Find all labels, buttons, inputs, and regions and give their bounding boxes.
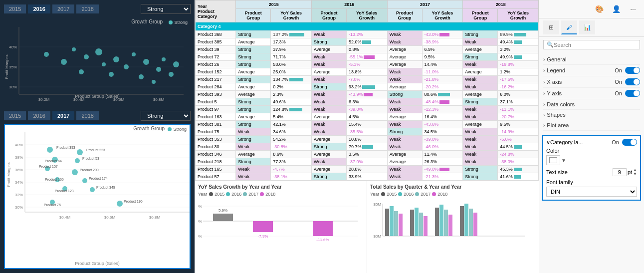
group-2016: Average (312, 113, 347, 121)
chevron-xaxis: › (543, 79, 545, 85)
yoy-2017: 26.3% (422, 158, 463, 166)
svg-text:36%: 36% (15, 168, 23, 172)
section-legend[interactable]: › Legend On (543, 65, 640, 76)
tab-2015-top[interactable]: 2015 (4, 4, 26, 13)
svg-text:35%: 35% (9, 65, 17, 69)
group-2016: Weak (312, 121, 347, 128)
ts-legend-2018-label: 2018 (437, 192, 447, 197)
table-row: Product 163 Average 5.4% Average 4.5% Av… (196, 113, 539, 121)
tab-2017-bottom[interactable]: 2017 (52, 111, 74, 120)
table-row: Product 284 Average 0.2% Strong 93.2% Av… (196, 83, 539, 91)
group-2016: Strong (312, 83, 347, 91)
text-size-down[interactable]: ▼ (633, 172, 637, 176)
font-family-select[interactable]: DIN Arial Segoe UI (546, 187, 637, 197)
tab-2018-bottom[interactable]: 2018 (76, 111, 98, 120)
yoy-2018: 3.2% (498, 46, 539, 53)
tab-2018-top[interactable]: 2018 (76, 4, 98, 13)
section-datacolors[interactable]: › Data colors (543, 99, 640, 110)
group-2016: Strong (312, 143, 347, 151)
color-dropdown-arrow[interactable]: ▼ (561, 158, 566, 163)
svg-text:Profit Margins: Profit Margins (6, 162, 11, 187)
section-plotarea[interactable]: › Plot area (543, 120, 640, 131)
svg-point-59 (72, 169, 78, 175)
svg-point-21 (113, 56, 119, 62)
svg-rect-102 (464, 204, 468, 236)
total-sales-subtitle: Year 2015 2016 2017 2018 (370, 192, 536, 197)
yoy-2016: 33.9% (346, 173, 387, 181)
svg-point-71 (117, 201, 123, 207)
group-2015: Weak (236, 128, 271, 136)
yoy-2015: 17.3% (271, 38, 312, 46)
product-name: Product 72 (196, 53, 236, 61)
svg-text:$5M: $5M (373, 202, 381, 207)
bottom-scatter-legend: Strong (168, 127, 187, 132)
text-size-input[interactable] (613, 168, 627, 176)
yoy-2018: -24.8% (498, 151, 539, 158)
th-yoy-2017: YoY Sales Growth (422, 9, 463, 22)
growth-group-dropdown-bottom[interactable]: Strong Average Weak (141, 111, 191, 121)
table-row: Product 75 Weak 34.6% Weak -35.5% Strong… (196, 128, 539, 136)
toggle-legend[interactable] (625, 67, 640, 74)
left-panel: 2015 2016 2017 2018 Strong Average Weak … (0, 0, 195, 273)
yoy-2016: 13.8% (346, 68, 387, 76)
group-2018: Strong (463, 166, 498, 173)
svg-point-20 (109, 72, 114, 77)
yoy-2018: 1.2% (498, 68, 539, 76)
group-2018: Weak (463, 61, 498, 68)
svg-point-14 (61, 59, 67, 65)
section-label-shapes: Shapes (547, 112, 640, 118)
yoy-2015: 77.3% (271, 158, 312, 166)
search-input[interactable] (554, 42, 637, 48)
tab-2017-top[interactable]: 2017 (52, 4, 74, 13)
yoy-2015: 124.8% (271, 106, 312, 113)
yoy-2015: 42.1% (271, 121, 312, 128)
group-2018: Weak (463, 38, 498, 46)
th-yoy-2016: YoY Sales Growth (346, 9, 387, 22)
ts-legend-2015-label: 2015 (387, 192, 397, 197)
svg-text:-11.6%: -11.6% (316, 238, 329, 242)
group-2017: Weak (387, 76, 422, 83)
svg-rect-81 (253, 221, 273, 232)
svg-rect-103 (469, 209, 473, 236)
tab-2016-top[interactable]: 2016 (28, 4, 50, 13)
group-2016: Weak (312, 128, 347, 136)
svg-text:Product 123: Product 123 (55, 189, 74, 193)
toggle-yaxis[interactable] (625, 90, 640, 97)
svg-rect-90 (390, 206, 394, 236)
svg-point-63 (82, 178, 87, 183)
person-icon-btn[interactable]: 👤 (609, 2, 623, 16)
product-name: Product 165 (196, 166, 236, 173)
section-general[interactable]: › General (543, 54, 640, 65)
group-2016: Average (312, 136, 347, 143)
analytics-icon[interactable]: 📊 (579, 20, 595, 34)
right-panel: 🎨 👤 ··· ⊞ 🖌 📊 🔍 › General › Legend On › … (539, 0, 644, 273)
svg-rect-98 (439, 205, 443, 236)
svg-rect-96 (424, 216, 428, 236)
yoy-2017: -43.6% (422, 121, 463, 128)
section-shapes[interactable]: › Shapes (543, 110, 640, 120)
table-format-icon[interactable]: ⊞ (543, 20, 559, 34)
svg-rect-89 (385, 209, 389, 236)
section-xaxis[interactable]: › X axis On (543, 76, 640, 88)
tab-2016-bottom[interactable]: 2016 (28, 111, 50, 120)
section-yaxis[interactable]: › Y axis On (543, 88, 640, 99)
group-2017: Average (387, 61, 422, 68)
color-picker-btn[interactable] (546, 155, 560, 165)
paintbrush-icon[interactable]: 🖌 (561, 20, 577, 34)
toggle-categorylabels[interactable] (622, 139, 637, 146)
group-2015: Strong (236, 106, 271, 113)
more-icon-btn[interactable]: ··· (626, 2, 640, 16)
yoy-2017: 16.4% (422, 113, 463, 121)
yoy-2016: 93.2% (346, 83, 387, 91)
top-year-tabs: 2015 2016 2017 2018 Strong Average Weak (4, 4, 191, 14)
yoy-chart-box: YoY Sales Growth by Year and Year Year 2… (195, 181, 367, 273)
yoy-2018: 49.9% (498, 53, 539, 61)
yoy-chart-svg: 10% 0% -10% 5.9% -7.9% -11.6% (198, 199, 364, 244)
paint-icon-btn[interactable]: 🎨 (592, 2, 606, 16)
ts-legend-2017 (415, 192, 419, 196)
toggle-xaxis[interactable] (625, 78, 640, 85)
group-2016: Weak (312, 76, 347, 83)
growth-group-dropdown-top[interactable]: Strong Average Weak (141, 4, 191, 14)
yoy-2015: 25.0% (271, 68, 312, 76)
tab-2015-bottom[interactable]: 2015 (4, 111, 26, 120)
